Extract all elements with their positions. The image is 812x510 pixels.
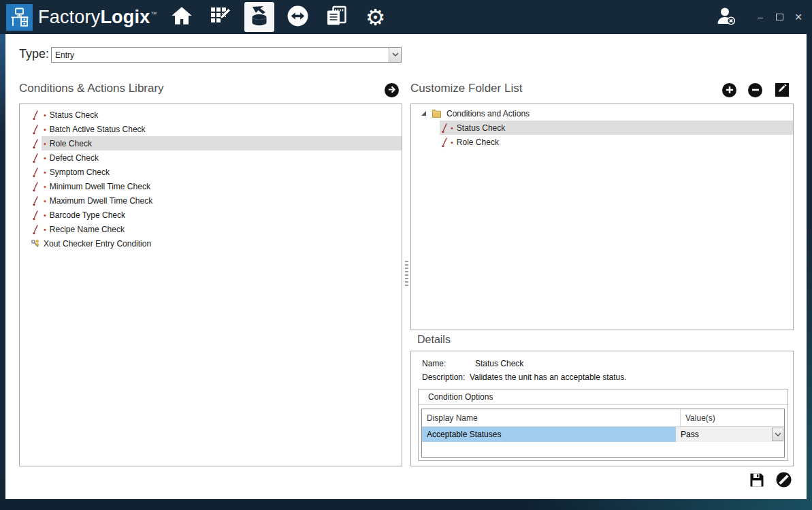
- library-item[interactable]: • Symptom Check: [20, 165, 402, 179]
- home-icon: [171, 6, 193, 28]
- nav-production[interactable]: [244, 2, 274, 32]
- bullet-icon: •: [44, 140, 46, 148]
- tree-children: • Status Check • Role Check: [411, 121, 793, 149]
- library-item[interactable]: • Minimum Dwell Time Check: [20, 179, 402, 193]
- titlebar: FactoryLogix™: [0, 0, 812, 34]
- library-item[interactable]: • Role Check: [20, 136, 402, 150]
- nav-reports[interactable]: [322, 2, 352, 32]
- maximize-button[interactable]: [774, 12, 785, 22]
- factorylogix-logo-icon: [6, 4, 33, 31]
- bullet-icon: •: [451, 124, 453, 132]
- xout-wrench-icon: [31, 238, 40, 249]
- tree-root-row[interactable]: Conditions and Actions: [411, 106, 793, 121]
- folder-icon: [432, 108, 442, 118]
- tree-item[interactable]: • Role Check: [411, 135, 793, 149]
- details-panel: Name: Status Check Description: Validate…: [410, 351, 794, 466]
- option-row[interactable]: Acceptable Statuses Pass: [422, 427, 784, 442]
- main-nav: ⚙: [167, 0, 391, 34]
- library-item-label: Symptom Check: [50, 168, 110, 177]
- library-item-label: Role Check: [50, 139, 92, 148]
- tree-root-label: Conditions and Actions: [446, 109, 530, 118]
- library-item[interactable]: • Status Check: [20, 108, 402, 122]
- condition-options-title: Condition Options: [419, 389, 787, 405]
- library-list: • Status Check • Batch Active Status Che…: [19, 103, 402, 466]
- condition-icon: [31, 124, 40, 135]
- option-value: Pass: [681, 430, 772, 439]
- bullet-icon: •: [44, 125, 46, 133]
- window-controls: – ✕: [755, 12, 804, 22]
- maximize-icon: [776, 14, 783, 20]
- sync-arrows-icon: [287, 5, 309, 30]
- library-item-label: Status Check: [50, 110, 98, 120]
- settings-gear-icon: ⚙: [366, 6, 386, 29]
- library-item-label: Batch Active Status Check: [50, 125, 146, 134]
- column-values: Value(s): [681, 409, 784, 426]
- remove-folder-button[interactable]: [748, 83, 762, 97]
- nav-home[interactable]: [167, 2, 197, 32]
- library-item[interactable]: • Batch Active Status Check: [20, 122, 402, 136]
- folders-title: Customize Folder List: [410, 82, 522, 95]
- library-item[interactable]: • Xout Checker Entry Condition: [20, 236, 402, 251]
- details-title: Details: [417, 334, 451, 346]
- condition-options-table: Display Name Value(s) Acceptable Statuse…: [421, 409, 785, 458]
- grid-pencil-icon: [210, 5, 231, 29]
- content-sheet: Type: Entry Conditions & Actions Library…: [5, 34, 807, 499]
- bullet-icon: •: [44, 154, 46, 162]
- chevron-down-icon[interactable]: [389, 48, 401, 62]
- detail-name-row: Name: Status Check: [422, 359, 523, 368]
- app-window: FactoryLogix™: [0, 0, 812, 510]
- condition-icon: [440, 123, 449, 133]
- move-to-folder-button[interactable]: [385, 83, 399, 97]
- library-item-label: Xout Checker Entry Condition: [44, 239, 151, 249]
- condition-icon: [31, 224, 40, 235]
- nav-authoring[interactable]: [206, 2, 236, 32]
- condition-icon: [31, 110, 40, 121]
- bullet-icon: •: [44, 225, 46, 234]
- production-database-icon: [250, 5, 269, 29]
- detail-description-row: Description: Validates the unit has an a…: [422, 372, 627, 382]
- library-item[interactable]: • Maximum Dwell Time Check: [20, 193, 402, 208]
- name-label: Name:: [422, 359, 475, 368]
- column-display-name: Display Name: [422, 409, 681, 426]
- cancel-button[interactable]: [776, 473, 792, 489]
- save-button[interactable]: [749, 473, 764, 489]
- type-dropdown-value: Entry: [52, 50, 389, 60]
- description-label: Description:: [422, 372, 470, 382]
- library-item-label: Maximum Dwell Time Check: [50, 196, 152, 206]
- bullet-icon: •: [44, 211, 46, 219]
- library-item[interactable]: • Defect Check: [20, 150, 402, 165]
- bullet-icon: •: [44, 197, 46, 205]
- plus-circle-icon: [726, 84, 734, 97]
- bullet-icon: •: [44, 182, 46, 191]
- arrow-right-circle-icon: [387, 84, 396, 97]
- condition-icon: [31, 210, 40, 221]
- panel-splitter-grip[interactable]: [404, 261, 408, 288]
- name-value: Status Check: [475, 359, 523, 368]
- chevron-down-icon[interactable]: [772, 428, 783, 441]
- minimize-button[interactable]: –: [755, 12, 766, 22]
- condition-icon: [31, 138, 40, 149]
- nav-transfer[interactable]: [283, 2, 313, 32]
- bottom-actions: [749, 473, 792, 489]
- library-title: Conditions & Actions Library: [19, 82, 164, 95]
- close-button[interactable]: ✕: [793, 12, 804, 22]
- option-value-dropdown[interactable]: Pass: [676, 427, 784, 442]
- library-item-label: Defect Check: [50, 153, 99, 163]
- tree-expander-icon[interactable]: [419, 110, 427, 116]
- add-folder-button[interactable]: [722, 83, 736, 97]
- options-table-header: Display Name Value(s): [422, 409, 784, 427]
- tree-item-label: Role Check: [457, 138, 499, 147]
- library-item[interactable]: • Recipe Name Check: [20, 222, 402, 236]
- logout-user-button[interactable]: [716, 7, 737, 28]
- tree-item[interactable]: • Status Check: [411, 121, 793, 135]
- bullet-icon: •: [44, 168, 46, 176]
- trademark: ™: [150, 11, 157, 18]
- titlebar-right: – ✕: [716, 7, 804, 28]
- type-dropdown[interactable]: Entry: [51, 47, 402, 63]
- app-title: FactoryLogix™: [38, 7, 157, 28]
- library-item[interactable]: • Barcode Type Check: [20, 208, 402, 222]
- condition-icon: [31, 181, 40, 192]
- edit-folder-button[interactable]: [775, 83, 789, 97]
- save-floppy-icon: [749, 473, 764, 490]
- nav-settings[interactable]: ⚙: [361, 2, 391, 32]
